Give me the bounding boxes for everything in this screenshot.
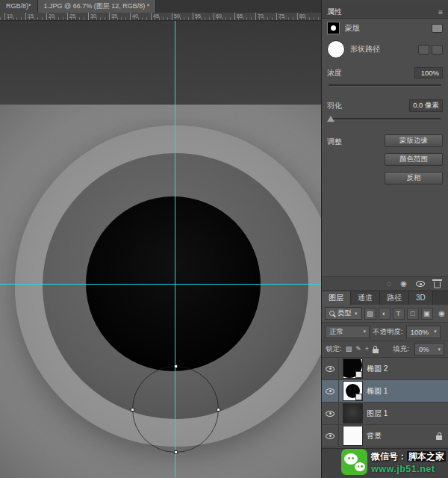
layer-name[interactable]: 背景 <box>367 431 382 441</box>
properties-panel: 属性 ≡ 蒙版 形状路径 浓度 100% <box>322 6 448 291</box>
eye-icon[interactable] <box>326 411 335 417</box>
shape-path-label: 形状路径 <box>350 44 380 55</box>
tabbar-filler <box>433 291 448 305</box>
properties-title: 属性 <box>327 7 342 17</box>
horizontal-ruler[interactable]: 10 15 20 25 30 35 40 45 50 55 60 65 70 7… <box>0 13 321 21</box>
add-pixel-mask-icon[interactable] <box>418 45 429 55</box>
add-vector-mask-icon[interactable] <box>432 45 443 55</box>
visibility-cell[interactable] <box>322 358 339 379</box>
watermark: 微信号：脚本之家 www.jb51.net <box>341 449 446 475</box>
properties-header: 属性 ≡ <box>322 6 448 19</box>
layer-thumbnail[interactable] <box>343 382 362 400</box>
filter-pixel-layers-icon[interactable]: ▨ <box>364 308 376 320</box>
lock-transparency-icon[interactable]: ▨ <box>346 346 352 353</box>
mask-thumbnail[interactable] <box>327 22 340 34</box>
invert-button[interactable]: 反相 <box>385 172 443 184</box>
opacity-value: 100% <box>411 328 429 336</box>
visibility-cell[interactable] <box>322 380 339 402</box>
filter-adjustment-layers-icon[interactable]: ◐ <box>379 308 391 320</box>
fill-select[interactable]: 0% ▾ <box>414 343 444 356</box>
feather-slider-handle[interactable] <box>327 116 335 122</box>
tab-layers[interactable]: 图层 <box>322 291 351 305</box>
color-range-button[interactable]: 颜色范围 <box>385 153 443 166</box>
filter-kind-dropdown[interactable]: 类型 ▾ <box>325 307 362 320</box>
toggle-mask-eye-icon[interactable] <box>416 281 425 287</box>
path-handle-bottom[interactable] <box>174 450 178 454</box>
fill-value: 0% <box>419 345 429 353</box>
wechat-account-name: 脚本之家 <box>407 451 446 462</box>
layer-filter-row: 类型 ▾ ▨ ◐ T □ ▣ ◉ <box>322 305 448 323</box>
eye-icon[interactable] <box>326 433 335 439</box>
density-slider[interactable] <box>329 84 441 87</box>
path-handle-right[interactable] <box>217 408 220 412</box>
horizontal-guide[interactable] <box>0 284 321 285</box>
layer-name[interactable]: 图层 1 <box>367 409 388 419</box>
ruler-tick: 70 <box>255 13 276 20</box>
wechat-account-line: 微信号：脚本之家 <box>371 450 446 463</box>
mask-edge-button[interactable]: 蒙版边缘 <box>385 134 443 147</box>
search-icon <box>329 311 335 316</box>
wechat-bubble-small <box>355 462 365 471</box>
ruler-tick: 35 <box>109 13 130 20</box>
adjust-buttons: 蒙版边缘 颜色范围 反相 <box>385 134 443 184</box>
path-handle-left[interactable] <box>131 408 134 412</box>
layer-row-ellipse-2[interactable]: 椭圆 2 <box>322 358 448 380</box>
density-value[interactable]: 100% <box>414 67 443 78</box>
blend-row: 正常 ▾ 不透明度: 100% ▾ <box>322 323 448 341</box>
wechat-prefix: 微信号： <box>371 451 407 462</box>
load-selection-icon[interactable]: ◌ <box>387 280 391 288</box>
chevron-down-icon: ▾ <box>355 311 358 317</box>
canvas[interactable] <box>0 21 321 478</box>
adjust-label: 调整 <box>327 134 342 184</box>
filter-toggle-icon[interactable]: ◉ <box>438 309 445 317</box>
ruler-tick: 15 <box>25 13 46 20</box>
layer-thumbnail[interactable] <box>343 359 362 378</box>
lock-all-icon[interactable] <box>373 349 379 353</box>
ruler-tick: 30 <box>88 13 109 20</box>
feather-slider[interactable] <box>329 118 441 120</box>
tab-3d[interactable]: 3D <box>409 291 433 305</box>
filter-smart-objects-icon[interactable]: ▣ <box>421 308 433 320</box>
fill-label: 填充: <box>393 344 409 354</box>
tab-paths[interactable]: 路径 <box>380 291 409 305</box>
eye-icon[interactable] <box>326 388 335 394</box>
lock-position-icon[interactable]: + <box>365 346 369 353</box>
ruler-tick: 40 <box>130 13 151 20</box>
feather-value[interactable]: 0.0 像素 <box>409 99 443 112</box>
density-row: 浓度 100% <box>322 61 448 81</box>
lock-row: 锁定: ▨ ✎ + 填充: 0% ▾ <box>322 341 448 358</box>
mask-label: 蒙版 <box>345 23 360 34</box>
eye-icon[interactable] <box>326 366 335 372</box>
filter-type-layers-icon[interactable]: T <box>393 308 405 320</box>
delete-mask-icon[interactable] <box>434 282 441 288</box>
apply-mask-icon[interactable]: ◉ <box>400 280 407 288</box>
lock-label: 锁定: <box>326 344 342 354</box>
ruler-tick: 50 <box>172 13 193 20</box>
layer-thumbnail[interactable] <box>343 404 362 423</box>
layer-thumbnail[interactable] <box>343 426 362 445</box>
tab-channels[interactable]: 通道 <box>351 291 380 305</box>
opacity-select[interactable]: 100% ▾ <box>406 326 441 338</box>
layer-row-background[interactable]: 背景 <box>322 425 448 447</box>
pixel-mask-icon[interactable] <box>432 24 443 33</box>
tab-secondary[interactable]: RGB/8)* <box>0 0 38 13</box>
panel-menu-icon[interactable]: ≡ <box>438 8 443 16</box>
site-url: www.jb51.net <box>371 464 446 474</box>
layer-row-ellipse-1[interactable]: 椭圆 1 <box>322 380 448 403</box>
layer-row-layer-1[interactable]: 图层 1 <box>322 403 448 425</box>
adjust-section: 调整 蒙版边缘 颜色范围 反相 <box>322 127 448 192</box>
tab-document[interactable]: 1.JPG @ 66.7% (图层 12, RGB/8) * <box>38 0 157 13</box>
lock-pixels-icon[interactable]: ✎ <box>355 346 361 353</box>
blend-mode-select[interactable]: 正常 ▾ <box>325 326 370 338</box>
ellipse-path-outline[interactable] <box>132 366 219 453</box>
visibility-cell[interactable] <box>322 425 339 447</box>
visibility-cell[interactable] <box>322 403 339 424</box>
filter-shape-layers-icon[interactable]: □ <box>407 308 419 320</box>
ruler-tick: 25 <box>67 13 88 20</box>
path-handle-top[interactable] <box>174 364 178 368</box>
photo-dark-band <box>0 21 321 105</box>
layer-name[interactable]: 椭圆 1 <box>367 386 388 397</box>
layer-name[interactable]: 椭圆 2 <box>367 364 388 374</box>
shape-path-icon <box>327 40 345 58</box>
filter-kind-label: 类型 <box>337 308 352 318</box>
